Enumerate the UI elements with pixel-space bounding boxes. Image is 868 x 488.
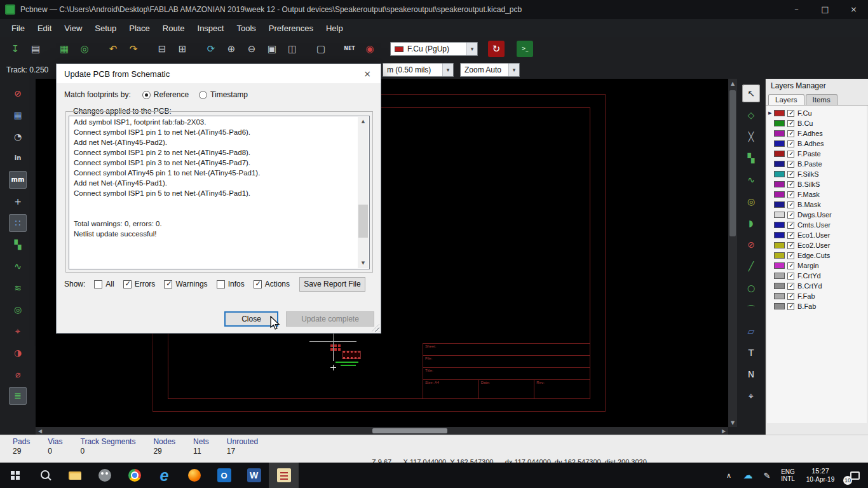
layer-row[interactable]: F.SilkS — [767, 169, 867, 179]
layer-color-swatch[interactable] — [774, 120, 785, 126]
close-window-button[interactable]: × — [839, 0, 868, 19]
zoom-out-icon[interactable]: ⊖ — [243, 41, 260, 57]
match-radio[interactable]: Timestamp — [199, 90, 248, 99]
canvas-vscrollbar[interactable]: ▲ ▼ — [728, 79, 737, 427]
polar-coords-icon[interactable]: ◔ — [9, 128, 27, 146]
layer-row[interactable]: Cmts.User — [767, 220, 867, 230]
menu-item[interactable]: Inspect — [191, 21, 231, 36]
layer-visibility-checkbox[interactable] — [787, 151, 794, 158]
layer-color-swatch[interactable] — [774, 293, 785, 299]
scripting-console-icon[interactable]: >_ — [517, 41, 533, 57]
tracks-sketch-icon[interactable]: ⌖ — [9, 322, 27, 340]
add-graphic-line-tool-icon[interactable]: ╱ — [742, 257, 760, 275]
update-pcb-icon[interactable]: ↻ — [488, 41, 505, 57]
match-radio[interactable]: Reference — [142, 90, 189, 99]
layers-manager-toggle-icon[interactable]: ≣ — [9, 387, 27, 405]
zoom-block-icon[interactable]: ▢ — [313, 41, 329, 57]
ratsnest-visibility-icon[interactable]: ∷ — [9, 214, 27, 232]
pads-sketch-icon[interactable]: ◎ — [9, 301, 27, 318]
zoom-fit-icon[interactable]: ▣ — [264, 41, 280, 57]
layer-row[interactable]: B.Adhes — [767, 139, 867, 149]
checkbox[interactable] — [217, 280, 225, 288]
menu-item[interactable]: Help — [320, 21, 349, 36]
onedrive-icon[interactable]: ☁ — [738, 470, 757, 481]
add-graphic-arc-tool-icon[interactable]: ⌒ — [742, 301, 760, 318]
layer-visibility-checkbox[interactable] — [787, 120, 794, 127]
layer-color-swatch[interactable] — [774, 262, 785, 269]
kicad-pcbnew-taskbar-icon[interactable] — [269, 463, 299, 488]
language-indicator[interactable]: ENG INTL — [776, 468, 799, 482]
action-center-button[interactable]: 10 — [841, 463, 868, 488]
zoom-selection-icon[interactable]: ◫ — [284, 41, 301, 57]
menu-item[interactable]: Tools — [230, 21, 262, 36]
chevron-down-icon[interactable]: ▾ — [442, 64, 453, 76]
scroll-down-icon[interactable]: ▼ — [358, 259, 369, 268]
layer-visibility-checkbox[interactable] — [787, 262, 794, 269]
layers-manager-tab[interactable]: Layers — [768, 94, 804, 105]
layer-row[interactable]: Dwgs.User — [767, 210, 867, 220]
layer-color-swatch[interactable] — [774, 212, 785, 218]
layer-row[interactable]: F.Fab — [767, 291, 867, 301]
scroll-up-icon[interactable]: ▲ — [728, 79, 737, 88]
plot-icon[interactable]: ⊞ — [174, 41, 191, 57]
undo-icon[interactable]: ↶ — [105, 41, 121, 57]
layer-color-swatch[interactable] — [774, 181, 785, 187]
menu-item[interactable]: View — [58, 21, 88, 36]
layer-visibility-checkbox[interactable] — [787, 171, 794, 178]
chevron-down-icon[interactable]: ▾ — [508, 64, 519, 76]
zoom-in-icon[interactable]: ⊕ — [223, 41, 240, 57]
layer-visibility-checkbox[interactable] — [787, 110, 794, 117]
add-zone-tool-icon[interactable]: ◗ — [742, 214, 760, 232]
update-complete-button[interactable]: Update complete — [286, 311, 374, 327]
firefox-icon[interactable] — [179, 463, 209, 488]
local-ratsnest-tool-icon[interactable]: ╳ — [742, 128, 760, 146]
file-explorer-icon[interactable] — [60, 463, 90, 488]
add-dimension-tool-icon[interactable]: N — [742, 365, 760, 383]
minimize-button[interactable]: – — [782, 0, 811, 19]
checkbox[interactable] — [123, 280, 132, 288]
edge-icon[interactable]: e — [149, 463, 179, 488]
windows-ink-icon[interactable]: ✎ — [757, 471, 776, 480]
layer-selector[interactable]: F.Cu (PgUp) ▾ — [390, 42, 478, 56]
redraw-icon[interactable]: ⟳ — [203, 41, 219, 57]
layer-row[interactable]: F.Adhes — [767, 128, 867, 139]
page-settings-icon[interactable]: ▤ — [27, 41, 44, 57]
add-text-tool-icon[interactable]: T — [742, 344, 760, 362]
chrome-icon[interactable] — [119, 463, 149, 488]
filter-checkbox-row[interactable]: Warnings — [164, 280, 207, 288]
high-contrast-icon[interactable]: ◑ — [9, 344, 27, 362]
filter-checkbox-row[interactable]: Actions — [254, 280, 290, 288]
layer-visibility-checkbox[interactable] — [787, 161, 794, 168]
menu-item[interactable]: Setup — [88, 21, 123, 36]
units-inch-icon[interactable]: in — [9, 149, 27, 167]
layer-color-swatch[interactable] — [774, 140, 785, 147]
layer-color-swatch[interactable] — [774, 303, 785, 309]
tray-chevron-up-icon[interactable]: ∧ — [719, 471, 738, 480]
save-icon[interactable]: ↧ — [7, 41, 24, 57]
layer-row[interactable]: B.SilkS — [767, 179, 867, 189]
layer-visibility-checkbox[interactable] — [787, 201, 794, 208]
dialog-close-icon[interactable]: × — [354, 64, 381, 83]
route-tracks-tool-icon[interactable]: ∿ — [742, 171, 760, 189]
layer-visibility-checkbox[interactable] — [787, 130, 794, 137]
netlist-icon[interactable]: NET — [341, 41, 358, 57]
layer-color-swatch[interactable] — [774, 222, 785, 228]
track-width-selector[interactable]: Track: 0.250 — [6, 65, 48, 74]
filter-checkbox-row[interactable]: Infos — [217, 280, 245, 288]
gimp-icon[interactable] — [90, 463, 119, 488]
select-tool-icon[interactable]: ↖ — [742, 85, 760, 102]
checkbox[interactable] — [254, 280, 262, 288]
add-target-tool-icon[interactable]: ⌖ — [742, 387, 760, 405]
layer-visibility-checkbox[interactable] — [787, 293, 794, 300]
layer-color-swatch[interactable] — [774, 201, 785, 208]
layer-row[interactable]: Margin — [767, 261, 867, 271]
menu-item[interactable]: Preferences — [262, 21, 320, 36]
maximize-button[interactable]: □ — [811, 0, 839, 19]
layer-row[interactable]: B.Mask — [767, 200, 867, 210]
vscroll-thumb[interactable] — [729, 90, 736, 236]
layer-row[interactable]: Eco1.User — [767, 230, 867, 240]
zoom-selector[interactable]: Zoom Auto ▾ — [460, 63, 520, 77]
layer-visibility-checkbox[interactable] — [787, 303, 794, 310]
layer-color-swatch[interactable] — [774, 232, 785, 238]
layer-row[interactable]: F.Cu — [767, 108, 867, 118]
